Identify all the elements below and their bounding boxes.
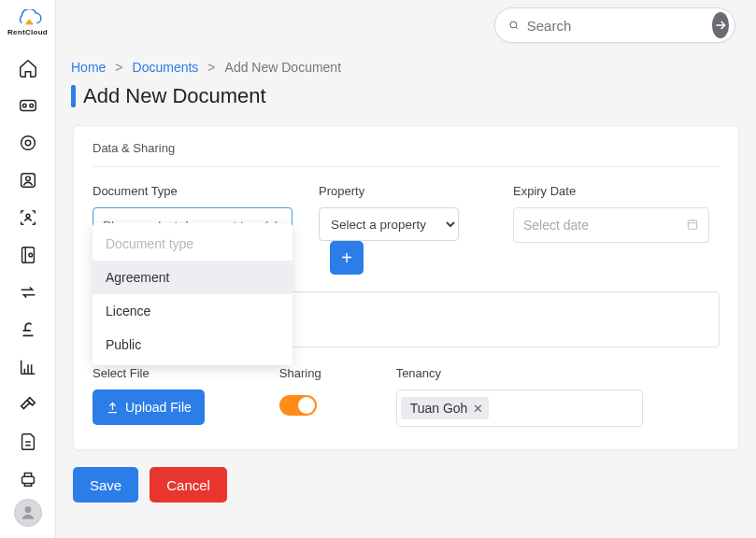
- field-sharing: Sharing: [279, 366, 321, 427]
- upload-label: Upload File: [125, 400, 192, 415]
- meter-icon[interactable]: [18, 95, 38, 116]
- page-title: Add New Document: [83, 84, 266, 108]
- svg-point-12: [510, 21, 517, 28]
- avatar[interactable]: [14, 499, 42, 527]
- crumb-sep: >: [115, 60, 122, 75]
- svg-rect-13: [688, 219, 696, 228]
- search-go-button[interactable]: [712, 12, 729, 38]
- swap-icon[interactable]: [18, 282, 38, 303]
- upload-icon: [106, 401, 120, 415]
- doc-type-label: Document Type: [93, 184, 292, 198]
- breadcrumb: Home > Documents > Add New Document: [56, 50, 756, 84]
- svg-point-4: [25, 140, 31, 146]
- doc-type-dropdown: Document type Agreement Licence Public: [93, 223, 292, 365]
- target-icon[interactable]: [18, 133, 38, 153]
- dropdown-option-licence[interactable]: Licence: [93, 294, 292, 328]
- svg-point-6: [25, 177, 30, 181]
- topbar: [56, 0, 756, 50]
- add-property-button[interactable]: +: [330, 241, 364, 275]
- tenancy-tag-label: Tuan Goh: [410, 401, 468, 416]
- crumb-current: Add New Document: [225, 60, 342, 75]
- file-icon[interactable]: [18, 432, 38, 452]
- save-button[interactable]: Save: [73, 467, 138, 503]
- page-title-row: Add New Document: [56, 84, 756, 125]
- form-actions: Save Cancel: [73, 467, 756, 503]
- svg-point-7: [26, 214, 30, 218]
- property-label: Property: [319, 184, 487, 198]
- section-label: Data & Sharing: [93, 141, 720, 167]
- tag-remove-icon[interactable]: ✕: [473, 402, 483, 416]
- calendar-icon: [686, 218, 699, 234]
- form-card: Data & Sharing Document Type Document ty…: [73, 125, 739, 450]
- search-icon: [508, 17, 520, 34]
- dropdown-option-agreement[interactable]: Agreement: [93, 261, 292, 294]
- sidebar: RentCloud: [0, 0, 56, 538]
- field-document-type: Document Type Document type Agreement Li…: [93, 184, 292, 275]
- printer-icon[interactable]: [18, 469, 38, 489]
- dropdown-option-public[interactable]: Public: [93, 328, 292, 361]
- pound-icon[interactable]: [18, 319, 38, 340]
- svg-point-2: [29, 104, 33, 107]
- upload-file-button[interactable]: Upload File: [93, 389, 205, 425]
- select-file-label: Select File: [93, 366, 205, 380]
- dropdown-header: Document type: [93, 227, 292, 261]
- expiry-input[interactable]: Select date: [513, 207, 709, 243]
- svg-point-1: [22, 104, 26, 107]
- cloud-icon: [12, 9, 44, 28]
- svg-point-11: [24, 506, 31, 513]
- svg-point-3: [21, 136, 35, 150]
- crumb-sep: >: [207, 60, 215, 75]
- sharing-toggle[interactable]: [279, 395, 317, 416]
- svg-rect-10: [21, 476, 34, 483]
- scan-icon[interactable]: [18, 207, 38, 228]
- brand-name: RentCloud: [7, 28, 48, 36]
- field-property: Property Select a property +: [319, 184, 487, 275]
- tenancy-label: Tenancy: [396, 366, 720, 380]
- home-icon[interactable]: [18, 58, 38, 78]
- search-box: [494, 7, 735, 43]
- contact-icon[interactable]: [18, 170, 38, 191]
- book-icon[interactable]: [18, 245, 38, 265]
- expiry-label: Expiry Date: [513, 184, 709, 198]
- crumb-home[interactable]: Home: [71, 60, 106, 75]
- chart-icon[interactable]: [18, 357, 38, 377]
- field-expiry: Expiry Date Select date: [513, 184, 709, 275]
- expiry-placeholder: Select date: [523, 218, 589, 233]
- main: Home > Documents > Add New Document Add …: [56, 0, 756, 538]
- sharing-label: Sharing: [279, 366, 321, 380]
- brand-logo: RentCloud: [7, 6, 49, 39]
- tenancy-input[interactable]: Tuan Goh ✕: [396, 389, 643, 427]
- title-accent: [71, 85, 76, 107]
- field-tenancy: Tenancy Tuan Goh ✕: [396, 366, 720, 427]
- tenancy-tag: Tuan Goh ✕: [401, 397, 490, 419]
- hammer-icon[interactable]: [18, 394, 38, 415]
- svg-point-9: [28, 253, 32, 257]
- field-select-file: Select File Upload File: [93, 366, 205, 427]
- cancel-button[interactable]: Cancel: [150, 467, 227, 503]
- crumb-documents[interactable]: Documents: [133, 60, 199, 75]
- sidebar-nav: [18, 58, 38, 499]
- property-select[interactable]: Select a property: [319, 207, 459, 241]
- search-input[interactable]: [520, 18, 712, 34]
